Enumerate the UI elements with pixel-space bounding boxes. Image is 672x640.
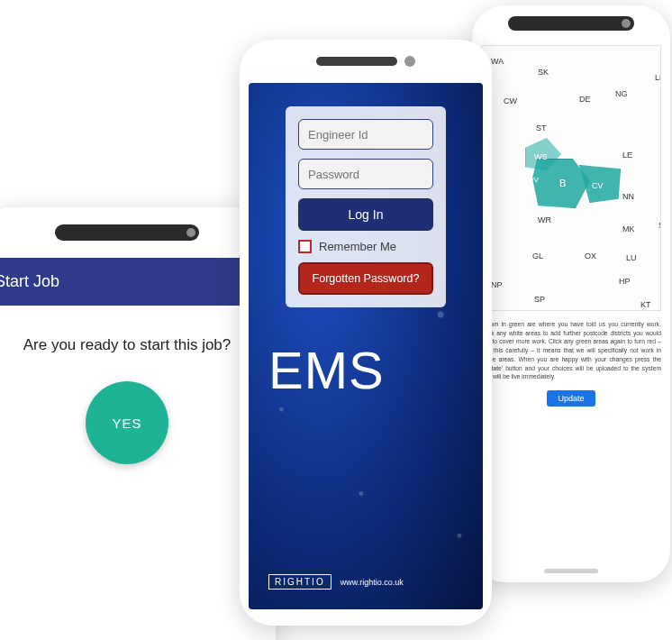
phone-map: WA SK DE NG LN CW ST WS B CV LE NN WV WR… (472, 5, 670, 582)
region-label[interactable]: B (559, 178, 566, 188)
region-label[interactable]: NG (615, 89, 628, 98)
speaker-bar (508, 16, 634, 31)
camera-icon (186, 228, 195, 237)
brand-url: www.rightio.co.uk (341, 578, 404, 587)
home-indicator (544, 569, 598, 573)
region-label[interactable]: SP (534, 295, 545, 304)
region-label[interactable]: WA (491, 57, 504, 66)
brand-footer: RIGHTIO www.rightio.co.uk (268, 574, 404, 590)
yes-button[interactable]: YES (86, 381, 168, 464)
phone-top-bar (240, 40, 492, 83)
region-label[interactable]: HP (619, 277, 631, 286)
speaker-bar (55, 224, 199, 241)
region-label[interactable]: WS (534, 152, 548, 161)
update-button[interactable]: Update (547, 390, 595, 407)
start-question: Are you ready to start this job? (0, 336, 258, 354)
region-label[interactable]: LU (626, 253, 637, 262)
region-label[interactable]: ST (536, 123, 547, 133)
phone-top-bar (0, 207, 276, 258)
phone-login: Log In Remember Me Forgotten Password? E… (240, 40, 492, 626)
login-screen: Log In Remember Me Forgotten Password? E… (249, 83, 483, 609)
screen-header: Start Job (0, 258, 276, 306)
coverage-map[interactable]: WA SK DE NG LN CW ST WS B CV LE NN WV WR… (481, 45, 661, 311)
password-input[interactable] (298, 159, 433, 189)
login-button[interactable]: Log In (298, 198, 433, 231)
app-title: EMS (268, 340, 385, 400)
camera-icon (622, 19, 631, 28)
checkbox-icon[interactable] (298, 240, 312, 253)
region-label[interactable]: NN (622, 192, 634, 201)
forgot-password-button[interactable]: Forgotten Password? (298, 262, 433, 295)
brand-logo: RIGHTIO (268, 574, 331, 590)
remember-me[interactable]: Remember Me (298, 240, 433, 253)
region-label[interactable]: CV (592, 181, 604, 190)
engineer-id-input[interactable] (298, 119, 433, 150)
region-label[interactable]: CW (504, 96, 517, 105)
region-label[interactable]: KT (640, 300, 651, 309)
speaker-icon (316, 57, 397, 66)
region-label[interactable]: LE (622, 151, 632, 160)
region-label[interactable]: WV (527, 176, 539, 184)
map-description: shown in green are where you have told u… (481, 320, 661, 381)
region-label[interactable]: NP (491, 280, 503, 289)
phone-top-bar (472, 5, 670, 41)
remember-label: Remember Me (319, 240, 396, 253)
region-label[interactable]: SG (658, 221, 661, 230)
region-label[interactable]: WR (538, 215, 551, 224)
region-label[interactable]: OX (585, 251, 596, 261)
region-label[interactable]: GL (532, 251, 543, 261)
region-label[interactable]: LN (655, 73, 661, 82)
region-label[interactable]: MK (622, 224, 635, 233)
region-label[interactable]: SK (538, 68, 549, 77)
phone-start-job: Start Job Are you ready to start this jo… (0, 207, 276, 640)
region-label[interactable]: DE (579, 95, 591, 104)
camera-icon (404, 56, 415, 67)
login-card: Log In Remember Me Forgotten Password? (286, 106, 446, 307)
